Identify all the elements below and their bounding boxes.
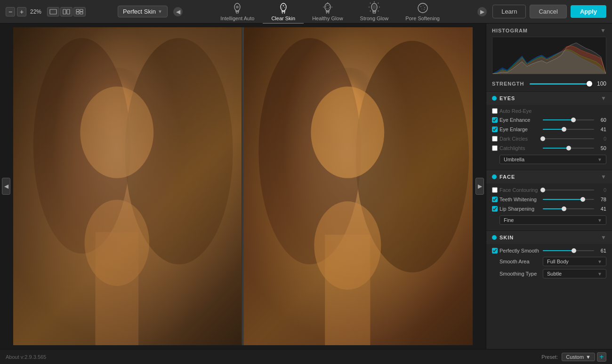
histogram-collapse[interactable]: ▼ [600,27,606,34]
smoothing-type-dropdown[interactable]: Subtle ▼ [543,269,606,278]
lip-sharpening-checkbox[interactable] [492,206,498,212]
eyes-section-body: Auto Red-Eye Eye Enhance 60 [486,105,612,170]
smooth-area-value: Full Body [547,259,569,264]
preset-healthy-glow[interactable]: Healthy Glow [304,0,351,24]
face-section-header[interactable]: FACE ▼ [486,170,612,183]
preset-add-button[interactable]: + [597,352,606,362]
histogram-svg [492,37,606,74]
smoothing-type-value: Subtle [547,271,562,277]
svg-point-27 [80,87,153,178]
smooth-area-row: Smooth Area Full Body ▼ [492,255,606,268]
lip-type-row: Fine ▼ [492,214,606,227]
view-split-button[interactable] [60,7,72,16]
catchlights-type-value: Umbrella [504,157,524,162]
view-single-button[interactable] [47,7,59,16]
preset-select[interactable]: Custom ▼ [562,353,595,361]
catchlights-slider[interactable] [543,145,594,151]
catchlights-value: 50 [596,145,606,151]
skin-title: SKIN [499,235,598,240]
teeth-whitening-checkbox[interactable] [492,197,498,202]
current-preset-dropdown[interactable]: Perfect Skin ▼ [118,6,168,17]
eyes-section-header[interactable]: EYES ▼ [486,92,612,105]
skin-collapse-arrow: ▼ [601,234,606,241]
eye-enhance-slider[interactable] [543,117,594,123]
after-image-panel [244,27,473,345]
eyes-title: EYES [499,95,598,101]
images-container [0,24,486,349]
canvas-area: ◀ [0,24,486,349]
expand-left-arrow[interactable]: ◀ [173,7,183,16]
expand-right-arrow[interactable]: ▶ [477,7,487,16]
auto-red-eye-checkbox[interactable] [492,108,498,114]
svg-rect-29 [96,232,139,345]
preset-healthy-glow-label: Healthy Glow [312,16,343,21]
dark-circles-slider[interactable] [543,135,594,142]
lip-sharpening-label: Lip Sharpening [499,206,541,212]
eye-enhance-checkbox[interactable] [492,117,498,123]
strength-slider[interactable] [530,80,589,87]
zoom-percent: 22% [28,8,43,15]
dark-circles-label: Dark Circles [499,136,541,142]
zoom-controls: − + 22% [6,7,43,16]
view-quad-button[interactable] [73,7,86,16]
teeth-whitening-slider[interactable] [543,196,594,203]
face-contouring-slider[interactable] [543,187,594,193]
smoothing-type-arrow: ▼ [597,271,602,277]
preset-clear-skin[interactable]: Clear Skin [263,0,304,24]
eye-enlarge-slider[interactable] [543,126,594,133]
svg-rect-2 [67,9,70,14]
right-panel: HISTOGRAM ▼ STRENGTH [486,24,612,349]
face-title: FACE [499,174,598,180]
zoom-out-button[interactable]: − [6,7,15,16]
top-right-buttons: Learn Cancel Apply [492,5,606,18]
zoom-in-button[interactable]: + [17,7,26,16]
svg-point-22 [424,9,425,10]
svg-point-10 [282,5,284,6]
catchlights-label: Catchlights [499,145,541,151]
smooth-area-dropdown[interactable]: Full Body ▼ [543,257,606,266]
canvas-arrow-left[interactable]: ◀ [2,178,10,195]
face-contouring-value: 0 [596,187,606,193]
version-label: About v:2.9.3.565 [6,354,46,360]
skin-dot [492,235,497,240]
preset-pore-softening[interactable]: Pore Softening [397,0,448,24]
catchlights-checkbox[interactable] [492,145,498,151]
current-preset-name: Perfect Skin [123,8,156,15]
preset-intelligent-auto-label: Intelligent Auto [220,16,254,21]
canvas-divider [242,27,244,345]
strength-label: STRENGTH [492,81,526,87]
dark-circles-checkbox[interactable] [492,136,498,142]
before-image-panel [13,27,242,345]
svg-point-34 [311,87,384,178]
histogram-container [492,37,606,74]
face-contouring-checkbox[interactable] [492,187,498,193]
lip-type-value: Fine [504,217,514,223]
catchlights-type-dropdown[interactable]: Umbrella ▼ [499,155,606,164]
preset-strong-glow[interactable]: Strong Glow [352,0,397,24]
cancel-button[interactable]: Cancel [530,5,566,18]
param-perfectly-smooth: Perfectly Smooth 61 [492,246,606,255]
catchlights-type-row: Umbrella ▼ [492,153,606,166]
param-face-contouring: Face Contouring 0 [492,185,606,195]
lip-sharpening-slider[interactable] [543,206,594,212]
eye-enlarge-checkbox[interactable] [492,127,498,132]
strength-value: 100 [593,80,606,87]
skin-section-header[interactable]: SKIN ▼ [486,231,612,244]
toolbar-presets: Intelligent Auto Clear Skin Hea [188,0,472,24]
svg-point-21 [421,8,422,9]
view-buttons [47,7,86,16]
learn-button[interactable]: Learn [492,5,526,18]
apply-button[interactable]: Apply [571,5,606,18]
canvas-arrow-right[interactable]: ▶ [475,178,484,195]
svg-point-14 [326,5,330,9]
param-lip-sharpening: Lip Sharpening 41 [492,204,606,214]
param-eye-enhance: Eye Enhance 60 [492,115,606,125]
top-bar: − + 22% Perfect Skin ▼ ◀ Intell [0,0,612,24]
svg-point-8 [236,6,239,8]
perfectly-smooth-slider[interactable] [543,247,594,254]
skin-section-body: Perfectly Smooth 61 Smooth Area Full Bod… [486,244,612,284]
preset-intelligent-auto[interactable]: Intelligent Auto [212,0,263,24]
lip-type-dropdown[interactable]: Fine ▼ [499,215,606,225]
param-eye-enlarge: Eye Enlarge 41 [492,125,606,134]
perfectly-smooth-checkbox[interactable] [492,248,498,253]
